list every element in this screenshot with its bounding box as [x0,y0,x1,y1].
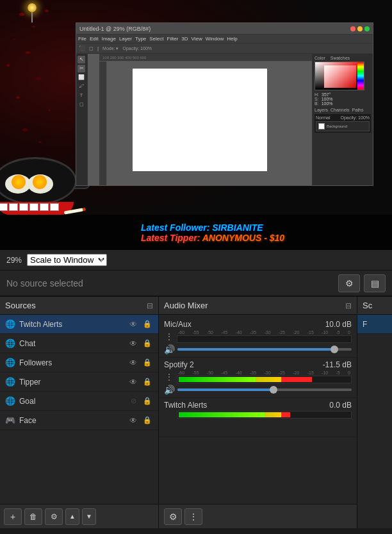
followers-lock-btn[interactable]: 🔒 [142,358,153,367]
audio-channel-twitch-alerts: Twitch Alerts 0.0 dB [159,398,357,437]
tipper-visibility-btn[interactable]: 👁 [127,378,139,387]
tipper-lock-btn[interactable]: 🔒 [142,378,153,387]
mic-aux-meter-bar [177,335,352,343]
ps-left-tools: ↖ ✂ ⬜ 🖊 T ◻ [76,54,88,185]
source-item-tipper[interactable]: 🌐 Tipper 👁 🔒 [0,372,158,392]
source-item-chat[interactable]: 🌐 Chat 👁 🔒 [0,334,158,353]
source-item-followers[interactable]: 🌐 Followers 👁 🔒 [0,353,158,372]
mic-aux-name: Mic/Aux [164,320,192,329]
twitch-alerts-meter-bar [177,411,352,419]
mic-aux-meter-labels: -60-55-50-45-40-35-30-25-20-15-10-50 [177,330,352,335]
audio-mixer-panel: Audio Mixer ⊟ Mic/Aux 10.0 dB ⋮ -60-55-5… [159,297,357,528]
source-name-tipper: Tipper [19,378,124,387]
source-name-face: Face [19,416,124,425]
spotify-2-meter: -60-55-50-45-40-35-30-25-20-15-10-50 [177,371,352,383]
scale-mode-select[interactable]: Scale to Window Stretch to Screen No Sca… [27,254,107,266]
twitch-alerts-audio-db: 0.0 dB [329,401,352,410]
right-panel-item-f[interactable]: F [357,315,392,334]
latest-follower-text: Latest Follower: SirBianite [141,222,392,233]
spotify-2-fader-thumb[interactable] [270,386,277,394]
sources-panel-title: Sources [5,301,36,310]
no-source-label: No source selected [6,278,83,288]
mic-aux-meter: -60-55-50-45-40-35-30-25-20-15-10-50 [177,330,352,343]
mic-aux-options-btn[interactable]: ⋮ [164,331,174,342]
move-source-down-button[interactable]: ▼ [82,508,96,525]
sources-panel-collapse-icon[interactable]: ⊟ [147,301,153,310]
spotify-2-meter-labels: -60-55-50-45-40-35-30-25-20-15-10-50 [177,371,352,375]
ps-canvas [133,69,267,171]
source-properties-button[interactable]: ⚙ [45,508,63,525]
preview-canvas: Untitled-1 @ 29% (RGB/8#) File Edit Imag… [0,0,392,250]
sources-panel-header: Sources ⊟ [0,297,158,315]
mic-aux-mute-btn[interactable]: 🔊 [164,344,175,355]
twitch-alerts-meter [177,411,352,419]
mic-aux-meter-row: ⋮ -60-55-50-45-40-35-30-25-20-15-10-50 [164,330,352,343]
twitch-alerts-lock-btn[interactable]: 🔒 [142,320,153,329]
source-item-twitch-alerts[interactable]: 🌐 Twitch Alerts 👁 🔒 [0,315,158,334]
source-name-twitch-alerts: Twitch Alerts [19,320,124,329]
audio-panel-title: Audio Mixer [164,301,208,310]
follower-banner: Latest Follower: SirBianite Latest Tippe… [0,215,392,250]
ps-canvas-area: 100 200 300 400 500 600 [88,54,312,185]
bottom-panels: Sources ⊟ 🌐 Twitch Alerts 👁 🔒 🌐 Chat 👁 🔒 [0,296,392,528]
audio-channel-spotify-2: Spotify 2 -11.5 dB ⋮ -60-55-50-45-40-35-… [159,358,357,398]
spotify-2-options-btn[interactable]: ⋮ [164,372,174,382]
spotify-2-header: Spotify 2 -11.5 dB [164,360,352,369]
source-area: No source selected ⚙ ▤ [0,271,392,296]
twitch-alerts-meter-row [164,411,352,419]
twitch-alerts-audio-name: Twitch Alerts [164,401,207,410]
zoom-toolbar: 29% Scale to Window Stretch to Screen No… [0,250,392,271]
source-settings-button[interactable]: ⚙ [338,274,360,292]
mic-aux-fader-thumb[interactable] [331,346,338,353]
twitch-alerts-visibility-btn[interactable]: 👁 [127,320,139,329]
followers-icon: 🌐 [5,358,15,368]
goal-lock-btn[interactable]: 🔒 [142,397,153,405]
spotify-2-meter-row: ⋮ -60-55-50-45-40-35-30-25-20-15-10-50 [164,371,352,383]
right-panel-item-f-label: F [363,320,367,329]
audio-panel-footer: ⚙ ⋮ [159,504,357,528]
face-lock-btn[interactable]: 🔒 [142,416,153,425]
source-filter-button[interactable]: ▤ [364,274,386,292]
right-panel: Sc F [357,297,392,528]
followers-visibility-btn[interactable]: 👁 [127,358,139,367]
chat-lock-btn[interactable]: 🔒 [142,339,153,348]
sources-list: 🌐 Twitch Alerts 👁 🔒 🌐 Chat 👁 🔒 🌐 Fo [0,315,158,504]
sources-footer: + 🗑 ⚙ ▲ ▼ [0,504,158,528]
right-panel-title: Sc [363,301,372,310]
spotify-2-db: -11.5 dB [323,360,352,369]
source-action-buttons: ⚙ ▤ [338,274,386,292]
followers-controls: 👁 🔒 [127,358,153,367]
face-visibility-btn[interactable]: 👁 [127,416,139,425]
scale-dropdown-wrapper[interactable]: Scale to Window Stretch to Screen No Sca… [27,254,107,266]
move-source-up-button[interactable]: ▲ [65,508,79,525]
tipper-icon: 🌐 [5,377,15,387]
audio-channel-mic-aux: Mic/Aux 10.0 dB ⋮ -60-55-50-45-40-35-30-… [159,317,357,358]
audio-settings-button[interactable]: ⚙ [164,508,182,525]
source-item-face[interactable]: 🎮 Face 👁 🔒 [0,411,158,430]
chat-visibility-btn[interactable]: 👁 [127,339,139,348]
preview-area: Untitled-1 @ 29% (RGB/8#) File Edit Imag… [0,0,392,250]
ps-window: Untitled-1 @ 29% (RGB/8#) File Edit Imag… [76,22,373,186]
add-source-button[interactable]: + [4,508,22,525]
audio-panel-collapse-icon[interactable]: ⊟ [345,301,352,310]
latest-tipper-text: Latest Tipper: Anonymous - $10 [141,233,392,243]
ps-titlebar: Untitled-1 @ 29% (RGB/8#) [76,23,373,35]
goal-visibility-btn[interactable]: ⊘ [127,397,139,405]
tipper-controls: 👁 🔒 [127,378,153,387]
source-item-goal[interactable]: 🌐 Goal ⊘ 🔒 [0,392,158,411]
spotify-2-meter-combined [179,377,350,382]
twitch-alerts-audio-header: Twitch Alerts 0.0 dB [164,401,352,410]
source-name-followers: Followers [19,358,124,367]
mic-aux-fader[interactable] [177,348,352,351]
spotify-2-mute-btn[interactable]: 🔊 [164,385,175,395]
ps-menu: File Edit Image Layer Type Select Filter… [76,35,373,44]
audio-channels-list: Mic/Aux 10.0 dB ⋮ -60-55-50-45-40-35-30-… [159,315,357,504]
spotify-2-fader[interactable] [177,388,352,391]
mic-aux-db: 10.0 dB [325,320,352,329]
ps-right-panel: ColorSwatches H:357° S:100% B:100% [312,54,373,185]
zoom-level: 29% [6,256,22,265]
audio-options-button[interactable]: ⋮ [184,508,202,525]
mic-aux-fader-row: 🔊 [164,344,352,355]
remove-source-button[interactable]: 🗑 [24,508,42,525]
chat-controls: 👁 🔒 [127,339,153,348]
